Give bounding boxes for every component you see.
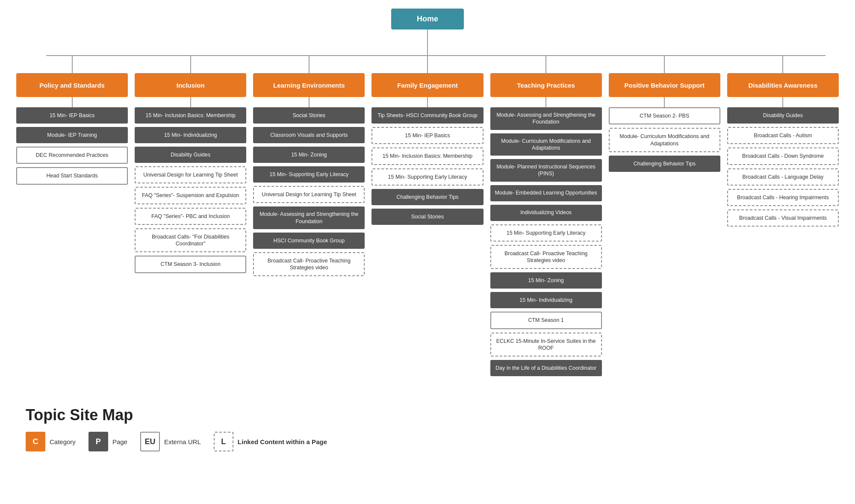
- item-disabilities-3[interactable]: Broadcast Calls - Language Delay: [727, 168, 839, 186]
- column-policy: Policy and Standards15 Min- IEP BasicsMo…: [13, 56, 131, 376]
- item-pbs-1[interactable]: Module- Curriculum Modifications and Ada…: [609, 128, 720, 152]
- home-node[interactable]: Home: [391, 9, 464, 29]
- column-connector-up: [309, 56, 310, 73]
- item-policy-1[interactable]: Module- IEP Training: [16, 127, 128, 143]
- item-teaching-1[interactable]: Module- Curriculum Modifications and Ada…: [490, 133, 602, 156]
- category-policy[interactable]: Policy and Standards: [16, 73, 128, 97]
- item-teaching-3[interactable]: Module- Embedded Learning Opportunities: [490, 185, 602, 201]
- item-learning-3[interactable]: 15 Min- Supporting Early Literacy: [253, 166, 365, 183]
- column-connector-up: [427, 56, 428, 73]
- column-connector-up: [782, 56, 783, 73]
- item-teaching-11[interactable]: Day in the Life of a Disabilities Coordi…: [490, 360, 602, 376]
- item-inclusion-6[interactable]: Broadcast Calls- "For Disabilities Coord…: [135, 228, 246, 253]
- item-learning-6[interactable]: HSCI Community Book Group: [253, 233, 365, 249]
- column-pbs: Positive Behavior SupportCTM Season 2- P…: [605, 56, 724, 376]
- column-connector-down: [72, 97, 73, 107]
- item-teaching-2[interactable]: Module- Planned Instructional Sequences …: [490, 159, 602, 182]
- item-pbs-2[interactable]: Challenging Behavior Tips: [609, 156, 720, 172]
- item-disabilities-2[interactable]: Broadcast Calls - Down Syndrome: [727, 147, 839, 165]
- item-disabilities-4[interactable]: Broadcast Calls - Hearing Impairments: [727, 189, 839, 206]
- item-family-4[interactable]: Challenging Behavior Tips: [371, 189, 483, 205]
- legend-items: CCategoryPPageEUExterna URLLLinked Conte…: [26, 432, 829, 451]
- legend-label-linked: Linked Content within a Page: [238, 438, 327, 445]
- items-list-inclusion: 15 Min- Inclusion Basics: Membership15 M…: [135, 107, 246, 273]
- item-family-0[interactable]: Tip Sheets- HSCI Community Book Group: [371, 107, 483, 124]
- column-connector-down: [664, 97, 665, 107]
- item-disabilities-0[interactable]: Disability Guides: [727, 107, 839, 124]
- legend-item-external: EUExterna URL: [140, 432, 201, 451]
- item-learning-5[interactable]: Module- Assessing and Strengthening the …: [253, 206, 365, 229]
- item-disabilities-1[interactable]: Broadcast Calls - Autism: [727, 127, 839, 144]
- column-connector-down: [427, 97, 428, 107]
- item-teaching-4[interactable]: Individualizing Videos: [490, 205, 602, 221]
- page-container: Home Policy and Standards15 Min- IEP Bas…: [0, 0, 855, 477]
- column-connector-up: [664, 56, 665, 73]
- item-teaching-7[interactable]: 15 Min- Zoning: [490, 272, 602, 289]
- column-connector-down: [190, 97, 191, 107]
- legend-box-page: P: [88, 432, 108, 451]
- item-inclusion-3[interactable]: Universal Design for Learning Tip Sheet: [135, 166, 246, 183]
- item-pbs-0[interactable]: CTM Season 2- PBS: [609, 107, 720, 124]
- legend-box-category: C: [26, 432, 45, 451]
- column-connector-down: [782, 97, 783, 107]
- item-inclusion-4[interactable]: FAQ "Series"- Suspension and Expulsion: [135, 187, 246, 204]
- category-learning[interactable]: Learning Environments: [253, 73, 365, 97]
- category-inclusion[interactable]: Inclusion: [135, 73, 246, 97]
- item-teaching-10[interactable]: ECLKC 15-Minute In-Service Suites in the…: [490, 333, 602, 357]
- items-list-family: Tip Sheets- HSCI Community Book Group15 …: [371, 107, 483, 225]
- item-family-1[interactable]: 15 Min- IEP Basics: [371, 127, 483, 144]
- item-learning-7[interactable]: Broadcast Call- Proactive Teaching Strat…: [253, 252, 365, 277]
- legend-item-page: PPage: [88, 432, 127, 451]
- column-connector-down: [545, 97, 546, 107]
- item-family-2[interactable]: 15 Min- Inclusion Basics: Membership: [371, 147, 483, 165]
- legend-label-external: Externa URL: [164, 438, 201, 445]
- item-teaching-6[interactable]: Broadcast Call- Proactive Teaching Strat…: [490, 245, 602, 269]
- item-family-5[interactable]: Social Stories: [371, 209, 483, 225]
- item-policy-0[interactable]: 15 Min- IEP Basics: [16, 107, 128, 124]
- legend-title: Topic Site Map: [26, 406, 829, 424]
- item-learning-0[interactable]: Social Stories: [253, 107, 365, 124]
- item-inclusion-1[interactable]: 15 Min- Individualizing: [135, 127, 246, 143]
- column-connector-up: [72, 56, 73, 73]
- tree-top: Home: [13, 9, 842, 56]
- item-inclusion-0[interactable]: 15 Min- Inclusion Basics: Membership: [135, 107, 246, 124]
- legend-section: Topic Site Map CCategoryPPageEUExterna U…: [13, 398, 842, 460]
- column-connector-up: [545, 56, 546, 73]
- item-teaching-0[interactable]: Module- Assessing and Strengthening the …: [490, 107, 602, 130]
- legend-item-linked: LLinked Content within a Page: [214, 432, 327, 451]
- column-connector-down: [309, 97, 310, 107]
- item-inclusion-2[interactable]: Disability Guides: [135, 147, 246, 163]
- column-inclusion: Inclusion15 Min- Inclusion Basics: Membe…: [131, 56, 250, 376]
- item-family-3[interactable]: 15 Min- Supporting Early Literacy: [371, 168, 483, 186]
- category-disabilities[interactable]: Disabilities Awareness: [727, 73, 839, 97]
- column-disabilities: Disabilities AwarenessDisability GuidesB…: [724, 56, 842, 376]
- item-teaching-5[interactable]: 15 Min- Supporting Early Literacy: [490, 224, 602, 242]
- item-inclusion-5[interactable]: FAQ "Series"- PBC and Inclusion: [135, 208, 246, 225]
- items-list-disabilities: Disability GuidesBroadcast Calls - Autis…: [727, 107, 839, 227]
- category-teaching[interactable]: Teaching Practices: [490, 73, 602, 97]
- columns-section: Policy and Standards15 Min- IEP BasicsMo…: [13, 56, 842, 376]
- item-learning-2[interactable]: 15 Min- Zoning: [253, 147, 365, 163]
- legend-label-category: Category: [50, 438, 76, 445]
- item-policy-2[interactable]: DEC Recommended Practices: [16, 147, 128, 164]
- item-teaching-8[interactable]: 15 Min- Individualizing: [490, 292, 602, 308]
- item-inclusion-7[interactable]: CTM Season 3- Inclusion: [135, 256, 246, 273]
- legend-item-category: CCategory: [26, 432, 76, 451]
- category-family[interactable]: Family Engagement: [371, 73, 483, 97]
- item-teaching-9[interactable]: CTM Season 1: [490, 312, 602, 329]
- column-connector-up: [190, 56, 191, 73]
- item-learning-1[interactable]: Classroom Visuals and Supports: [253, 127, 365, 143]
- items-list-policy: 15 Min- IEP BasicsModule- IEP TrainingDE…: [16, 107, 128, 185]
- item-policy-3[interactable]: Head Start Standards: [16, 167, 128, 184]
- column-learning: Learning EnvironmentsSocial StoriesClass…: [250, 56, 368, 376]
- items-list-learning: Social StoriesClassroom Visuals and Supp…: [253, 107, 365, 276]
- legend-label-page: Page: [112, 438, 127, 445]
- item-learning-4[interactable]: Universal Design for Learning Tip Sheet: [253, 186, 365, 203]
- legend-box-linked: L: [214, 432, 233, 451]
- home-connector: [427, 29, 428, 55]
- items-list-pbs: CTM Season 2- PBSModule- Curriculum Modi…: [609, 107, 720, 172]
- legend-box-external: EU: [140, 432, 160, 451]
- category-pbs[interactable]: Positive Behavior Support: [609, 73, 720, 97]
- column-family: Family EngagementTip Sheets- HSCI Commun…: [368, 56, 486, 376]
- item-disabilities-5[interactable]: Broadcast Calls - Visual Impairments: [727, 209, 839, 227]
